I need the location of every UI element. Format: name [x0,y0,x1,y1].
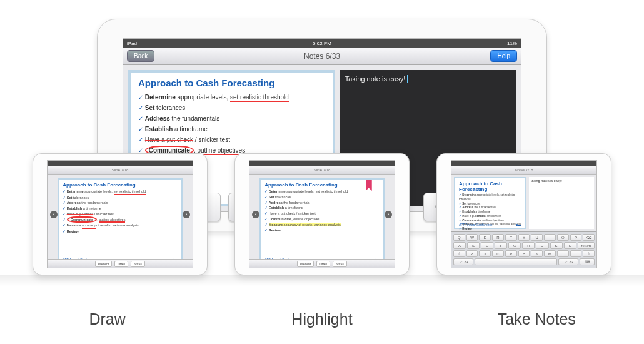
kb-key-numeric[interactable]: .?123 [558,258,578,265]
kb-key[interactable]: S [467,242,480,249]
thumb-highlight-screen: Slide 7/18 ‹ › Approach to Cash Forecast… [249,160,395,268]
mini-slide: Approach to Cash Forecasting Determine a… [259,178,385,264]
logo-icon: ◆▬ [516,223,521,226]
app-toolbar: Back Notes 6/33 Help [123,48,521,65]
status-battery: 11% [507,41,517,46]
kb-key-dismiss[interactable]: ⌨ [580,258,595,265]
kb-row-1: Q W E R T Y U I O P ⌫ [453,234,595,241]
slide-item: Have a gut check / snicker test [138,134,325,145]
kb-key[interactable]: F [495,242,507,249]
mini-notes-text: taking notes is easy! [531,179,562,183]
mini-toolbar: Slide 7/18 [48,166,193,175]
toolbar-title: Notes 6/33 [304,52,340,61]
kb-key[interactable]: A [453,242,466,249]
mode-button-present[interactable]: Present [95,261,112,267]
mini-toolbar: Slide 7/18 [249,166,395,175]
text-cursor [405,75,408,83]
kb-key[interactable]: N [531,250,543,257]
mini-slide: Approach to Cash Forecasting Determine a… [454,177,526,229]
kb-key[interactable]: H [522,242,535,249]
mini-slide-title: Approach to Cash Forecasting [264,182,380,188]
kb-row-3: ⇧ Z X C V B N M , . ⇧ [453,250,595,257]
kb-key[interactable]: . [570,250,582,257]
caption-takenotes: Take Notes [430,310,643,328]
kb-key[interactable]: T [505,234,517,241]
help-button[interactable]: Help [490,50,517,62]
caption-draw: Draw [1,310,214,328]
kb-key[interactable]: G [508,242,521,249]
status-device: iPad [127,41,137,46]
kb-key-shift[interactable]: ⇧ [583,250,595,257]
kb-key-numeric[interactable]: .?123 [453,258,473,265]
thumb-draw-screen: Slide 7/18 ‹ › Approach to Cash Forecast… [47,160,193,268]
mini-slide-title: Approach to Cash Forecasting [459,181,521,192]
kb-key[interactable]: P [570,234,582,241]
mode-button-draw[interactable]: Draw [114,261,128,267]
kb-key[interactable]: V [505,250,517,257]
reflection-shadow [0,275,644,286]
kb-key[interactable]: C [492,250,504,257]
kb-key[interactable]: X [479,250,491,257]
status-bar: iPad 5:02 PM 11% [123,39,521,48]
thumb-ipad-draw: Slide 7/18 ‹ › Approach to Cash Forecast… [33,153,208,275]
slide-title: Approach to Cash Forecasting [138,78,325,88]
kb-row-4: .?123 .?123 ⌨ [453,258,595,265]
caption-highlight: Highlight [216,310,428,328]
kb-row-2: A S D F G H J K L return [453,242,595,249]
kb-key[interactable]: M [544,250,556,257]
mini-bottombar: Present Draw Notes [249,259,395,268]
kb-key[interactable]: O [557,234,569,241]
kb-key-return[interactable]: return [578,242,595,249]
mode-button-draw[interactable]: Draw [316,261,330,267]
thumb-ipad-highlight: Slide 7/18 ‹ › Approach to Cash Forecast… [234,153,410,275]
slide-item: Establish a timeframe [138,124,325,134]
thumb-notes-screen: Notes 7/18 ‹ › Approach to Cash Forecast… [451,160,597,268]
kb-key[interactable]: L [564,242,576,249]
slide-item: Set tolerances [138,103,325,113]
kb-key-shift[interactable]: ⇧ [453,250,465,257]
back-button[interactable]: Back [127,50,154,62]
kb-key[interactable]: , [557,250,569,257]
mode-button-notes[interactable]: Notes [131,261,145,267]
kb-key[interactable]: B [518,250,530,257]
mini-status-bar [48,161,193,166]
thumb-ipad-takenotes: Notes 7/18 ‹ › Approach to Cash Forecast… [436,153,611,275]
notes-text: Taking note is easy! [345,75,406,83]
mode-button-notes[interactable]: Notes [333,261,347,267]
slide-item: Address the fundamentals [138,113,325,124]
mini-slide-title: Approach to Cash Forecasting [63,182,178,188]
kb-key[interactable]: Y [518,234,530,241]
kb-key[interactable]: R [492,234,504,241]
kb-key[interactable]: J [536,242,548,249]
kb-key[interactable]: I [544,234,556,241]
slide-bullets: Determine appropriate levels, set realis… [138,92,325,156]
kb-key[interactable]: E [479,234,491,241]
kb-key[interactable]: K [550,242,563,249]
kb-key-backspace[interactable]: ⌫ [583,234,595,241]
kb-key[interactable]: W [466,234,478,241]
mini-status-bar [249,161,395,166]
mini-notes-editor[interactable]: taking notes is easy! [529,177,594,229]
mini-slide: Approach to Cash Forecasting Determine a… [58,178,183,264]
mini-toolbar: Notes 7/18 [451,166,596,175]
mini-bottombar: Present Draw Notes [48,259,193,268]
mini-status-bar [451,161,596,166]
slide-item: Determine appropriate levels, set realis… [138,92,325,103]
kb-key[interactable]: Z [466,250,478,257]
kb-key[interactable]: U [531,234,543,241]
kb-key-space[interactable] [475,258,557,265]
mode-button-present[interactable]: Present [297,261,314,267]
status-time: 5:02 PM [313,41,331,46]
caption-row: Draw Highlight Take Notes [0,310,644,328]
kb-key[interactable]: Q [453,234,465,241]
mini-keyboard: Q W E R T Y U I O P ⌫ A S D F G H J K [451,231,596,268]
kb-key[interactable]: D [481,242,493,249]
